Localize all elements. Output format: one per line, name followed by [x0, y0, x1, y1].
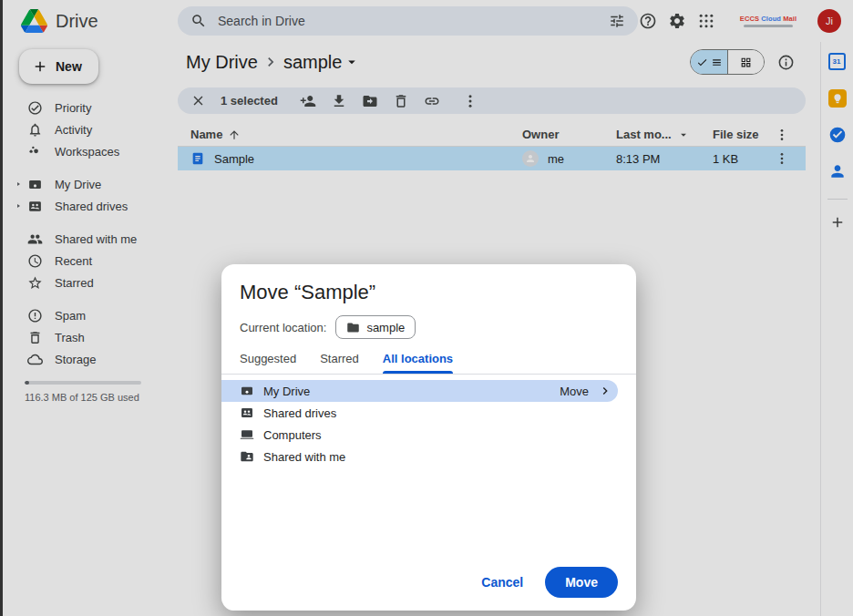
cancel-button[interactable]: Cancel: [468, 568, 536, 597]
tab-all-locations[interactable]: All locations: [383, 352, 453, 374]
location-item-computers[interactable]: Computers: [221, 424, 636, 446]
tab-suggested[interactable]: Suggested: [240, 352, 296, 374]
location-item-shared-with-me[interactable]: Shared with me: [221, 446, 636, 467]
dialog-footer: Cancel Move: [468, 567, 618, 598]
dialog-tabs: Suggested Starred All locations: [221, 352, 636, 375]
location-item-my-drive[interactable]: My Drive Move: [221, 380, 618, 402]
folder-shared-icon: [240, 449, 254, 464]
dialog-title: Move “Sample”: [240, 281, 618, 304]
location-item-shared-drives[interactable]: Shared drives: [221, 402, 636, 424]
move-button[interactable]: Move: [545, 567, 618, 598]
move-dialog: Move “Sample” Current location: sample S…: [221, 264, 636, 611]
move-here-label[interactable]: Move: [560, 385, 589, 398]
location-list: My Drive Move Shared drives Computers Sh…: [221, 380, 636, 467]
current-location-chip[interactable]: sample: [335, 315, 416, 339]
computer-icon: [240, 427, 254, 442]
hard-drive-icon: [240, 384, 254, 398]
folder-icon: [346, 321, 360, 334]
shared-drives-icon: [240, 406, 254, 420]
tab-starred[interactable]: Starred: [320, 352, 359, 374]
drive-app: Drive New Priority Activity Workspaces: [0, 0, 853, 616]
current-location-label: Current location:: [240, 321, 326, 334]
chevron-right-icon[interactable]: [598, 384, 612, 398]
current-location-row: Current location: sample: [240, 315, 618, 339]
